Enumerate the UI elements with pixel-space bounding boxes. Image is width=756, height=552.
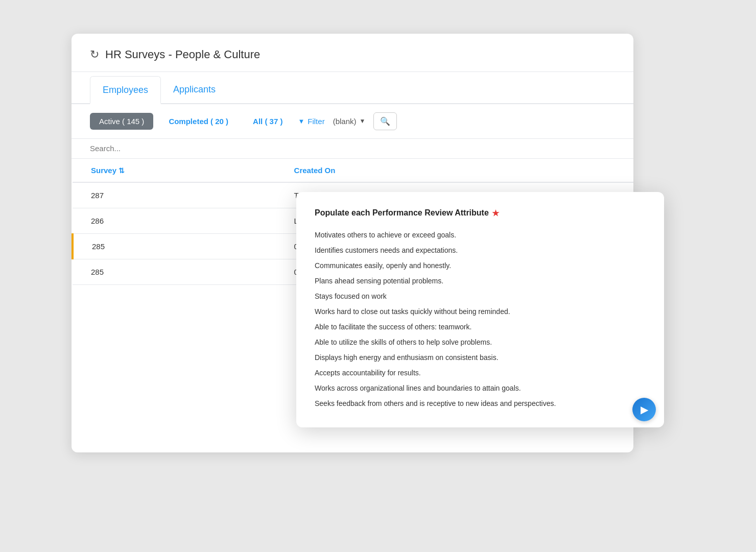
all-filter-button[interactable]: All ( 37 ) — [244, 113, 292, 130]
refresh-icon[interactable]: ↻ — [90, 48, 99, 61]
list-item: Accepts accountability for results. — [315, 365, 646, 380]
search-input[interactable] — [90, 144, 615, 153]
card-header: ↻ HR Surveys - People & Culture — [72, 34, 633, 72]
list-item: Plans ahead sensing potential problems. — [315, 273, 646, 289]
search-box[interactable]: 🔍 — [373, 112, 397, 130]
required-star-icon: ★ — [492, 208, 499, 218]
popup-card: Populate each Performance Review Attribu… — [296, 192, 664, 427]
sort-icon: ⇅ — [119, 166, 125, 175]
list-item: Seeks feedback from others and is recept… — [315, 396, 646, 411]
blank-label: (blank) — [333, 117, 357, 126]
list-item: Able to utilize the skills of others to … — [315, 334, 646, 350]
tabs-row: Employees Applicants — [72, 76, 633, 104]
list-item: Motivates others to achieve or exceed go… — [315, 227, 646, 243]
search-input-row — [72, 139, 633, 159]
list-item: Identifies customers needs and expectati… — [315, 243, 646, 258]
survey-cell: 286 — [73, 208, 276, 233]
popup-action-icon: ▶ — [641, 403, 648, 416]
list-item: Displays high energy and enthusiasm on c… — [315, 350, 646, 365]
active-filter-button[interactable]: Active ( 145 ) — [90, 113, 153, 130]
list-item: Works hard to close out tasks quickly wi… — [315, 304, 646, 319]
filter-bar: Active ( 145 ) Completed ( 20 ) All ( 37… — [72, 104, 633, 139]
tab-employees[interactable]: Employees — [90, 76, 161, 104]
completed-filter-button[interactable]: Completed ( 20 ) — [159, 113, 238, 130]
popup-list: Motivates others to achieve or exceed go… — [315, 227, 646, 411]
popup-title-text: Populate each Performance Review Attribu… — [315, 208, 489, 218]
popup-title: Populate each Performance Review Attribu… — [315, 208, 646, 218]
list-item: Communicates easily, openly and honestly… — [315, 258, 646, 273]
filter-button[interactable]: ▼ Filter — [298, 117, 324, 126]
filter-triangle-icon: ▼ — [298, 117, 304, 125]
survey-cell: 285 — [73, 259, 276, 284]
survey-cell: 287 — [73, 182, 276, 208]
search-icon: 🔍 — [380, 116, 390, 126]
popup-action-button[interactable]: ▶ — [632, 398, 656, 421]
list-item: Works across organizational lines and bo… — [315, 380, 646, 396]
page-title: HR Surveys - People & Culture — [105, 48, 260, 61]
survey-cell: 285 — [73, 233, 276, 259]
created-on-column-header[interactable]: Created On — [276, 159, 633, 182]
survey-column-header[interactable]: Survey ⇅ — [73, 159, 276, 182]
tab-applicants[interactable]: Applicants — [161, 76, 228, 104]
list-item: Able to facilitate the success of others… — [315, 319, 646, 334]
list-item: Stays focused on work — [315, 289, 646, 304]
blank-dropdown[interactable]: (blank) ▼ — [333, 117, 366, 126]
filter-label: Filter — [308, 117, 324, 126]
dropdown-arrow-icon: ▼ — [360, 117, 366, 125]
